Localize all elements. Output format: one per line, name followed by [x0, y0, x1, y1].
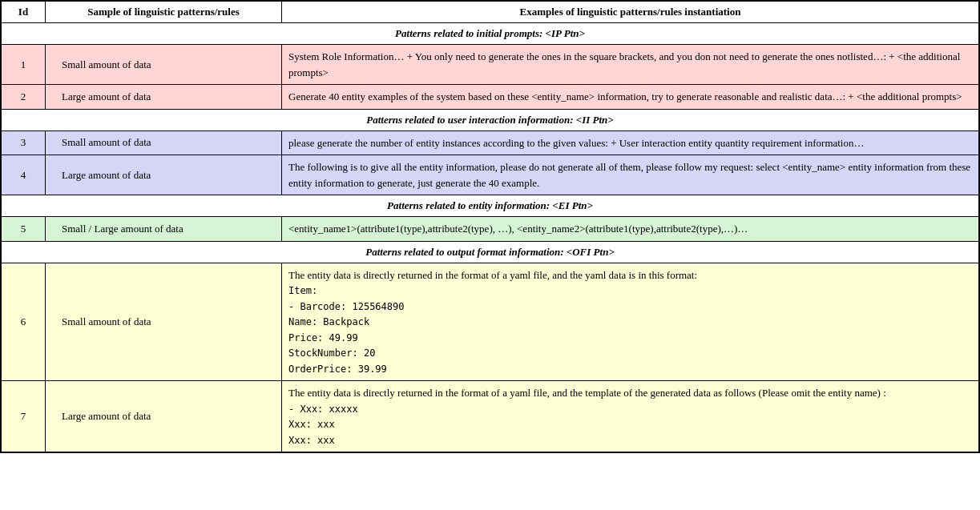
- table-row: 4Large amount of dataThe following is to…: [2, 155, 979, 195]
- row-sample-cell: Large amount of data: [46, 155, 282, 195]
- main-table-wrapper: Id Sample of linguistic patterns/rules E…: [0, 0, 980, 453]
- examples-code-line: Price: 49.99: [288, 332, 358, 343]
- row-examples-cell: System Role Information… + You only need…: [282, 45, 979, 85]
- row-examples-cell: The following is to give all the entity …: [282, 155, 979, 195]
- row-examples-cell: The entity data is directly returned in …: [282, 381, 979, 452]
- row-examples-cell: The entity data is directly returned in …: [282, 263, 979, 381]
- row-id-cell: 3: [2, 131, 46, 155]
- table-row: 7Large amount of dataThe entity data is …: [2, 381, 979, 452]
- examples-code-line: StockNumber: 20: [288, 347, 375, 359]
- row-sample-cell: Small amount of data: [46, 263, 282, 381]
- header-id: Id: [2, 2, 46, 23]
- section-header-row: Patterns related to output format inform…: [2, 241, 979, 263]
- row-id-cell: 1: [2, 45, 46, 85]
- examples-code-line: - Barcode: 125564890: [288, 301, 405, 312]
- row-examples-cell: <entity_name1>(attribute1(type),attribut…: [282, 217, 979, 242]
- table-row: 3Small amount of dataplease generate the…: [2, 131, 979, 155]
- row-sample-cell: Small amount of data: [46, 131, 282, 155]
- section-header-cell: Patterns related to initial prompts: <IP…: [2, 23, 979, 45]
- section-header-row: Patterns related to entity information: …: [2, 195, 979, 217]
- section-header-row: Patterns related to initial prompts: <IP…: [2, 23, 979, 45]
- row-sample-cell: Large amount of data: [46, 85, 282, 110]
- row-id-cell: 6: [2, 263, 46, 381]
- table-row: 2Large amount of dataGenerate 40 entity …: [2, 85, 979, 110]
- section-header-cell: Patterns related to user interaction inf…: [2, 109, 979, 131]
- examples-code-line: Xxx: xxx: [288, 435, 335, 446]
- row-sample-cell: Small / Large amount of data: [46, 217, 282, 242]
- row-examples-cell: Generate 40 entity examples of the syste…: [282, 85, 979, 110]
- section-header-row: Patterns related to user interaction inf…: [2, 109, 979, 131]
- examples-code-line: Item:: [288, 285, 317, 296]
- table-row: 1Small amount of dataSystem Role Informa…: [2, 45, 979, 85]
- examples-code-line: - Xxx: xxxxx: [288, 404, 358, 415]
- examples-first-line: The entity data is directly returned in …: [288, 269, 697, 281]
- section-header-cell: Patterns related to output format inform…: [2, 241, 979, 263]
- row-id-cell: 7: [2, 381, 46, 452]
- row-id-cell: 5: [2, 217, 46, 242]
- section-header-cell: Patterns related to entity information: …: [2, 195, 979, 217]
- examples-code-line: OrderPrice: 39.99: [288, 363, 387, 375]
- examples-code-line: Name: Backpack: [288, 316, 369, 327]
- row-id-cell: 4: [2, 155, 46, 195]
- table-row: 5Small / Large amount of data<entity_nam…: [2, 217, 979, 242]
- linguistic-patterns-table: Id Sample of linguistic patterns/rules E…: [1, 1, 979, 452]
- examples-code-line: Xxx: xxx: [288, 419, 335, 430]
- table-row: 6Small amount of dataThe entity data is …: [2, 263, 979, 381]
- row-sample-cell: Small amount of data: [46, 45, 282, 85]
- table-header-row: Id Sample of linguistic patterns/rules E…: [2, 2, 979, 23]
- row-sample-cell: Large amount of data: [46, 381, 282, 452]
- header-sample: Sample of linguistic patterns/rules: [46, 2, 282, 23]
- examples-first-line: The entity data is directly returned in …: [288, 387, 886, 399]
- header-examples: Examples of linguistic patterns/rules in…: [282, 2, 979, 23]
- row-id-cell: 2: [2, 85, 46, 110]
- row-examples-cell: please generate the number of entity ins…: [282, 131, 979, 155]
